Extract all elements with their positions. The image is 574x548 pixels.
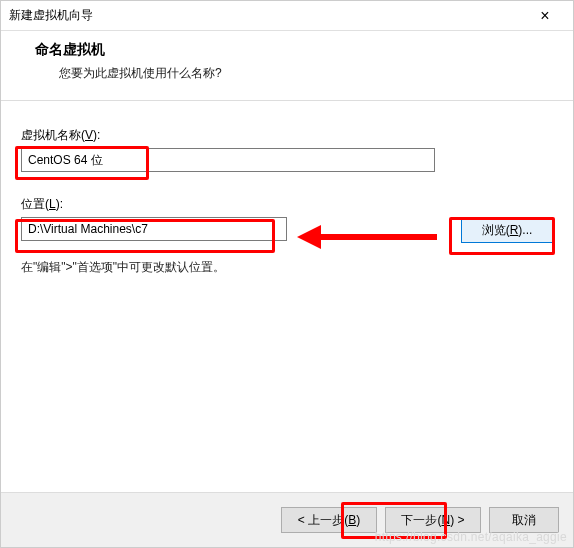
vm-name-label: 虚拟机名称(V): [21,127,553,144]
page-subtitle: 您要为此虚拟机使用什么名称? [35,65,557,82]
next-button[interactable]: 下一步(N) > [385,507,481,533]
wizard-body: 虚拟机名称(V): 位置(L): 浏览(R)... 在"编辑">"首选项"中可更… [1,101,573,286]
window-title: 新建虚拟机向导 [9,7,525,24]
cancel-button[interactable]: 取消 [489,507,559,533]
location-hint: 在"编辑">"首选项"中可更改默认位置。 [21,259,553,276]
browse-button[interactable]: 浏览(R)... [461,217,553,243]
close-icon[interactable]: × [525,7,565,25]
page-title: 命名虚拟机 [35,41,557,59]
vm-location-label: 位置(L): [21,196,553,213]
vm-location-input[interactable] [21,217,287,241]
titlebar: 新建虚拟机向导 × [1,1,573,31]
wizard-footer: < 上一步(B) 下一步(N) > 取消 [1,492,573,547]
back-button[interactable]: < 上一步(B) [281,507,377,533]
wizard-header: 命名虚拟机 您要为此虚拟机使用什么名称? [1,31,573,101]
vm-name-input[interactable] [21,148,435,172]
